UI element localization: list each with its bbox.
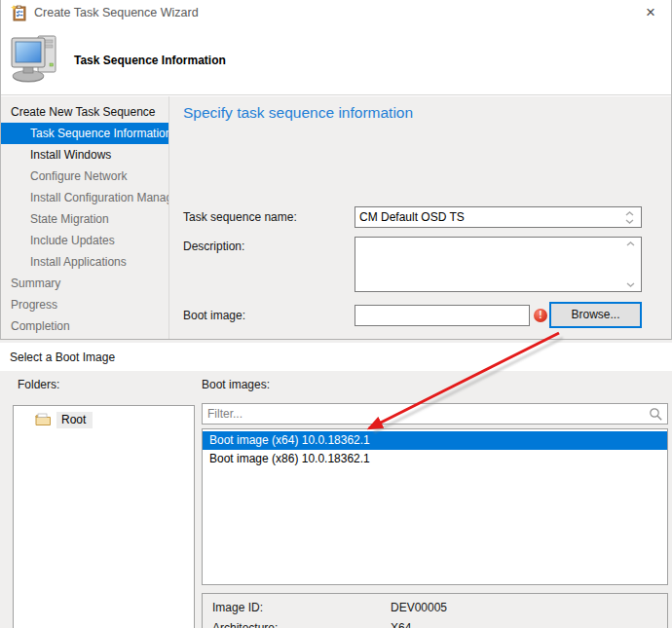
chevron-up-icon (625, 211, 634, 216)
tree-item-root[interactable]: Root (35, 411, 93, 428)
close-icon[interactable]: × (639, 1, 662, 24)
architecture-value: X64 (391, 621, 411, 628)
select-boot-image-title: Select a Boot Image (10, 351, 115, 364)
search-icon (649, 407, 663, 425)
wizard-icon (11, 5, 27, 21)
browse-button[interactable]: Browse... (549, 302, 642, 328)
description-input[interactable] (355, 237, 642, 292)
folders-label: Folders: (18, 378, 59, 391)
filter-field (202, 403, 668, 425)
sidebar-item-progress[interactable]: Progress (1, 294, 168, 315)
folder-icon (35, 413, 52, 426)
sidebar-item-summary[interactable]: Summary (1, 273, 168, 294)
architecture-label: Architecture: (212, 621, 391, 628)
select-boot-image-dialog: Select a Boot Image Folders: Boot images… (0, 343, 672, 628)
description-scroll-down[interactable] (626, 282, 635, 287)
wizard-body: Create New Task Sequence Task Sequence I… (1, 96, 671, 339)
wizard-page-title: Task Sequence Information (74, 54, 226, 67)
sidebar-item-completion[interactable]: Completion (1, 315, 168, 337)
boot-images-label: Boot images: (202, 378, 270, 391)
title-bar: Create Task Sequence Wizard × (1, 0, 671, 27)
task-sequence-name-input[interactable] (355, 206, 642, 228)
boot-image-input[interactable] (355, 305, 530, 326)
sidebar-item-configure-network[interactable]: Configure Network (1, 166, 168, 187)
sidebar-item-create-new-task-sequence[interactable]: Create New Task Sequence (1, 101, 168, 123)
folders-tree-panel: Root (13, 405, 195, 628)
detail-row-architecture: Architecture: X64 (212, 621, 411, 628)
computer-icon (9, 31, 63, 89)
wizard-page-content: Specify task sequence information Task s… (170, 96, 671, 339)
chevron-down-icon (626, 282, 635, 287)
sidebar-item-state-migration[interactable]: State Migration (1, 208, 168, 230)
window-title: Create Task Sequence Wizard (34, 6, 199, 19)
name-input-scroll-arrows[interactable] (625, 211, 634, 224)
detail-row-image-id: Image ID: DEV00005 (212, 601, 447, 614)
tree-item-root-label[interactable]: Root (56, 412, 93, 428)
sidebar-item-task-sequence-information[interactable]: Task Sequence Information (1, 123, 168, 144)
chevron-down-icon (625, 219, 634, 224)
description-label: Description: (183, 240, 244, 253)
boot-images-list: Boot image (x64) 10.0.18362.1 Boot image… (202, 428, 668, 585)
wizard-navigation-sidebar: Create New Task Sequence Task Sequence I… (1, 96, 169, 339)
sidebar-item-install-configuration-manager[interactable]: Install Configuration Manager (1, 187, 168, 208)
image-id-value: DEV00005 (391, 601, 447, 614)
screenshot-root: Create Task Sequence Wizard × (0, 0, 672, 628)
wizard-page-header: Task Sequence Information (1, 27, 671, 95)
description-scroll-up[interactable] (626, 241, 635, 246)
image-id-label: Image ID: (212, 601, 391, 614)
list-item-boot-image-x86[interactable]: Boot image (x86) 10.0.18362.1 (203, 450, 667, 468)
filter-input[interactable] (203, 404, 667, 424)
create-task-sequence-wizard-window: Create Task Sequence Wizard × (0, 0, 672, 340)
list-item-boot-image-x64[interactable]: Boot image (x64) 10.0.18362.1 (203, 431, 667, 450)
select-boot-image-title-bar: Select a Boot Image (0, 343, 672, 371)
chevron-up-icon (626, 241, 635, 246)
page-heading: Specify task sequence information (183, 104, 413, 122)
boot-image-label: Boot image: (183, 309, 245, 322)
sidebar-item-install-applications[interactable]: Install Applications (1, 251, 168, 273)
boot-image-details-panel: Image ID: DEV00005 Architecture: X64 (202, 593, 668, 628)
sidebar-item-install-windows[interactable]: Install Windows (1, 144, 168, 166)
sidebar-item-include-updates[interactable]: Include Updates (1, 230, 168, 251)
task-sequence-name-label: Task sequence name: (183, 210, 297, 224)
error-icon: ! (534, 309, 547, 322)
